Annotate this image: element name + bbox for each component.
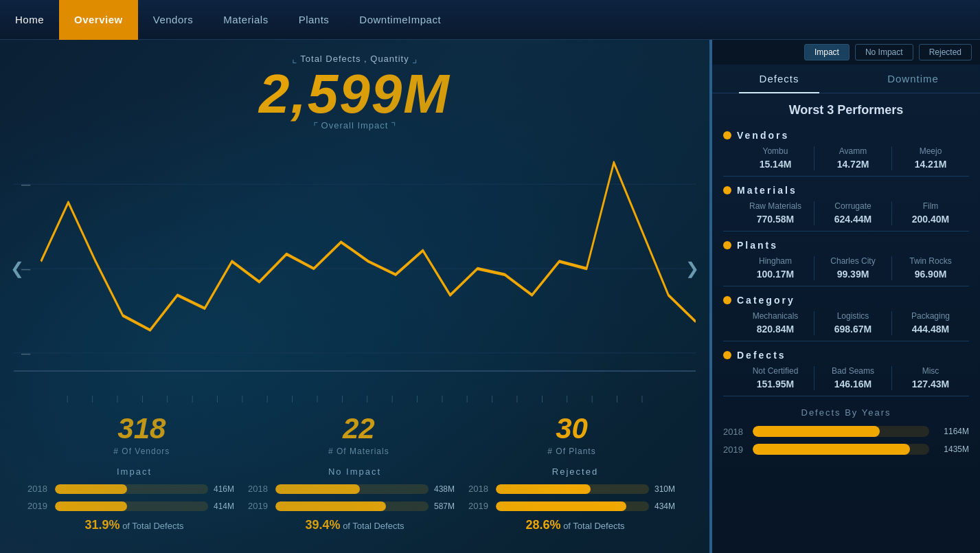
impact-group: Impact 2018 416M 2019 414M 31.9% of Tota… xyxy=(27,466,241,532)
no-impact-bar-2019: 2019 587M xyxy=(248,501,461,511)
category-category: Category Mechanicals 820.84M Logistics 6… xyxy=(712,289,980,338)
materials-dot xyxy=(723,186,731,194)
rejected-bar-2019: 2019 434M xyxy=(468,501,682,511)
materials-category-name: Materials xyxy=(737,185,797,196)
no-impact-group: No Impact 2018 438M 2019 587M 39.4% of T… xyxy=(248,466,461,532)
no-impact-pct: 39.4% of Total Defects xyxy=(248,518,461,532)
no-impact-title: No Impact xyxy=(248,466,461,477)
chart-next-button[interactable]: ❯ xyxy=(685,259,699,278)
category-defects: Defects Not Certified 151.95M Bad Seams … xyxy=(712,344,980,393)
materials-label: # Of Materials xyxy=(328,447,389,456)
bottom-bars-section: Impact 2018 416M 2019 414M 31.9% of Tota… xyxy=(21,460,689,539)
no-impact-bar-2018: 2018 438M xyxy=(248,484,461,494)
category-item-0: Mechanicals 820.84M xyxy=(737,311,814,335)
tab-defects[interactable]: Defects xyxy=(712,65,846,93)
defect-item-2: Misc 127.43M xyxy=(892,366,969,390)
chart-area: ❮ — — — /* ticks */ ❯ xyxy=(14,136,696,401)
separator-2 xyxy=(723,231,969,232)
plant-item-2: Twin Rocks 96.90M xyxy=(892,256,969,280)
category-plants: Plants Hingham 100.17M Charles City 99.3… xyxy=(712,234,980,283)
rejected-group: Rejected 2018 310M 2019 434M 28.6% of To… xyxy=(468,466,682,532)
year-bar-2019: 2019 1435M xyxy=(723,444,969,455)
vendor-item-1: Avamm 14.72M xyxy=(814,146,892,170)
defects-category-name: Defects xyxy=(737,350,786,361)
nav-downtime-impact[interactable]: DowntimeImpact xyxy=(344,0,456,40)
rejected-bar-2018: 2018 310M xyxy=(468,484,682,494)
filter-no-impact[interactable]: No Impact xyxy=(855,44,913,60)
filter-tabs-row: Impact No Impact Rejected xyxy=(712,40,980,65)
nav-materials[interactable]: Materials xyxy=(208,0,283,40)
separator-3 xyxy=(723,286,969,286)
impact-pct: 31.9% of Total Defects xyxy=(27,518,241,532)
main-nav: Home Overview Vendors Materials Plants D… xyxy=(0,0,980,40)
separator-1 xyxy=(723,176,969,177)
svg-text:—: — xyxy=(21,176,31,192)
category-category-name: Category xyxy=(737,295,795,306)
left-panel: ⌞ Total Defects , Quantity ⌟ 2,599M ⌜ Ov… xyxy=(0,40,709,553)
stat-plants: 30 # Of Plants xyxy=(547,412,595,456)
rejected-pct: 28.6% of Total Defects xyxy=(468,518,682,532)
overall-impact-label: Overall Impact xyxy=(321,120,389,131)
line-chart: — — — /* ticks */ xyxy=(14,136,696,401)
stats-row: 318 # Of Vendors 22 # Of Materials 30 # … xyxy=(21,405,689,460)
stat-materials: 22 # Of Materials xyxy=(328,412,389,456)
vendor-item-2: Meejo 14.21M xyxy=(892,146,969,170)
category-dot xyxy=(723,296,731,304)
total-defects-label: Total Defects , Quantity xyxy=(300,54,409,64)
defects-dot xyxy=(723,351,731,359)
chart-prev-button[interactable]: ❮ xyxy=(10,259,24,278)
tab-downtime[interactable]: Downtime xyxy=(846,65,980,93)
material-item-1: Corrugate 624.44M xyxy=(814,201,892,225)
nav-home[interactable]: Home xyxy=(0,0,59,40)
right-panel: Impact No Impact Rejected Defects Downti… xyxy=(712,40,980,553)
plants-count: 30 xyxy=(547,412,595,445)
category-item-2: Packaging 444.48M xyxy=(892,311,969,335)
vendors-category-name: Vendors xyxy=(737,130,789,141)
defect-item-1: Bad Seams 146.16M xyxy=(814,366,892,390)
main-number: 2,599M xyxy=(21,67,689,122)
material-item-2: Film 200.40M xyxy=(892,201,969,225)
rejected-title: Rejected xyxy=(468,466,682,477)
defects-by-years: Defects By Years 2018 1164M 2019 1435M xyxy=(712,399,980,470)
vendor-item-0: Yombu 15.14M xyxy=(737,146,814,170)
worst3-title: Worst 3 Performers xyxy=(712,93,980,124)
impact-title: Impact xyxy=(27,466,241,477)
category-vendors: Vendors Yombu 15.14M Avamm 14.72M Meejo … xyxy=(712,124,980,173)
nav-vendors[interactable]: Vendors xyxy=(138,0,209,40)
category-materials: Materials Raw Materials 770.58M Corrugat… xyxy=(712,179,980,228)
impact-bar-2019: 2019 414M xyxy=(27,501,241,511)
year-bar-2018: 2018 1164M xyxy=(723,426,969,437)
material-item-0: Raw Materials 770.58M xyxy=(737,201,814,225)
main-layout: ⌞ Total Defects , Quantity ⌟ 2,599M ⌜ Ov… xyxy=(0,40,980,553)
separator-5 xyxy=(723,396,969,396)
plants-dot xyxy=(723,241,731,249)
plants-label: # Of Plants xyxy=(547,447,595,456)
vendors-dot xyxy=(723,131,731,139)
materials-count: 22 xyxy=(328,412,389,445)
nav-overview[interactable]: Overview xyxy=(59,0,138,40)
category-item-1: Logistics 698.67M xyxy=(814,311,892,335)
years-title: Defects By Years xyxy=(723,407,969,418)
filter-impact[interactable]: Impact xyxy=(804,44,850,60)
plant-item-0: Hingham 100.17M xyxy=(737,256,814,280)
filter-rejected[interactable]: Rejected xyxy=(919,44,972,60)
impact-bar-2018: 2018 416M xyxy=(27,484,241,494)
plants-category-name: Plants xyxy=(737,240,778,251)
svg-text:—: — xyxy=(21,345,31,361)
vendors-count: 318 xyxy=(113,412,170,445)
nav-plants[interactable]: Plants xyxy=(284,0,345,40)
stat-vendors: 318 # Of Vendors xyxy=(113,412,170,456)
defect-item-0: Not Certified 151.95M xyxy=(737,366,814,390)
separator-4 xyxy=(723,341,969,341)
vendors-label: # Of Vendors xyxy=(113,447,170,456)
right-tabs: Defects Downtime xyxy=(712,65,980,93)
plant-item-1: Charles City 99.39M xyxy=(814,256,892,280)
